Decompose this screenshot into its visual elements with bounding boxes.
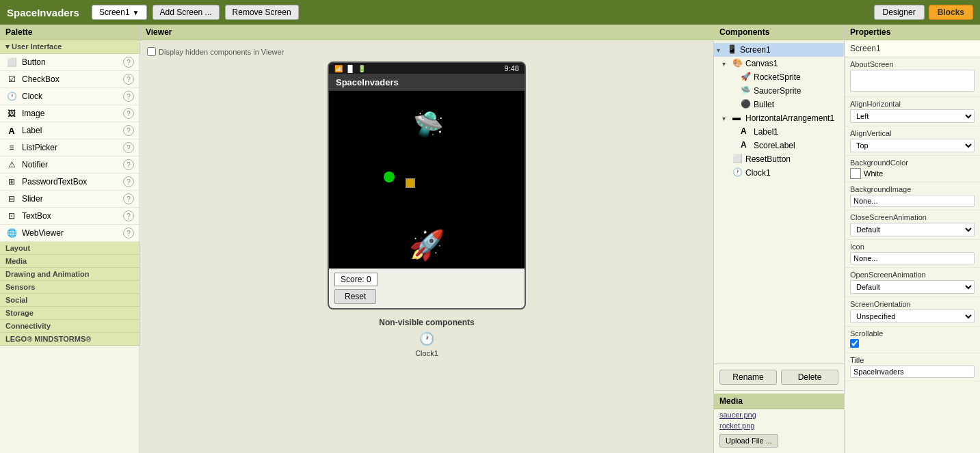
properties-screen-label: Screen1: [845, 40, 980, 57]
palette-item-button[interactable]: ⬜ Button ?: [0, 54, 140, 71]
screen1-icon: 📱: [727, 44, 738, 55]
aboutscreen-input[interactable]: [850, 70, 975, 92]
media-title: Media: [714, 394, 844, 409]
comp-canvas1[interactable]: ▾ 🎨 Canvas1: [714, 57, 844, 70]
comp-horizontalarrangement1[interactable]: ▾ ▬ HorizontalArrangement1: [714, 111, 844, 125]
checkbox-icon: ☑: [5, 73, 18, 85]
textbox-help[interactable]: ?: [123, 210, 134, 221]
palette-item-clock[interactable]: 🕐 Clock ?: [0, 88, 140, 105]
textbox-icon: ⊡: [5, 210, 18, 222]
passwordtextbox-help[interactable]: ?: [123, 176, 134, 187]
screen1-dropdown[interactable]: Screen1 ▼: [92, 5, 147, 20]
hidden-components-checkbox[interactable]: [147, 47, 156, 56]
phone-status-bar: 📶 ▐▌ 🔋 9:48: [329, 63, 525, 74]
comp-clock1[interactable]: 🕐 Clock1: [714, 166, 844, 180]
clock1-tree-icon: 🕐: [732, 167, 743, 178]
component-tree: ▾ 📱 Screen1 ▾ 🎨 Canvas1 🚀 RocketSprite 🛸…: [714, 40, 844, 363]
canvas1-toggle[interactable]: ▾: [722, 60, 730, 68]
screen1-toggle[interactable]: ▾: [717, 46, 725, 54]
palette-item-webviewer[interactable]: 🌐 WebViewer ?: [0, 225, 140, 242]
prop-aboutscreen: AboutScreen: [845, 57, 980, 97]
media-file-rocket[interactable]: rocket.png: [714, 420, 844, 431]
designer-button[interactable]: Designer: [874, 5, 925, 20]
button-help[interactable]: ?: [123, 57, 134, 68]
palette-item-checkbox[interactable]: ☑ CheckBox ?: [0, 71, 140, 88]
closescreenanimation-select[interactable]: DefaultFadeZoom: [850, 223, 975, 236]
section-layout[interactable]: Layout: [0, 242, 140, 255]
nonvisible-title: Non-visible components: [379, 318, 474, 327]
comp-scorelabel[interactable]: A ScoreLabel: [714, 139, 844, 152]
palette-panel: Palette ▾ User Interface ⬜ Button ? ☑ Ch…: [0, 25, 140, 453]
comp-screen1[interactable]: ▾ 📱 Screen1: [714, 43, 844, 57]
add-screen-button[interactable]: Add Screen ...: [153, 5, 220, 20]
section-storage[interactable]: Storage: [0, 307, 140, 320]
webviewer-help[interactable]: ?: [123, 228, 134, 238]
section-media[interactable]: Media: [0, 255, 140, 268]
palette-item-listpicker[interactable]: ≡ ListPicker ?: [0, 139, 140, 156]
backgroundimage-input[interactable]: [850, 195, 975, 207]
nonvisible-clock1: 🕐 Clock1: [415, 331, 438, 357]
title-input[interactable]: [850, 366, 975, 378]
palette-item-slider[interactable]: ⊟ Slider ?: [0, 191, 140, 208]
media-file-saucer[interactable]: saucer.png: [714, 409, 844, 420]
resetbutton-icon: ⬜: [732, 154, 743, 165]
components-title: Components: [714, 25, 844, 40]
section-user-interface[interactable]: ▾ User Interface: [0, 40, 140, 54]
phone-ui-area: Score: 0 Reset: [329, 269, 525, 308]
comp-rocketsprite[interactable]: 🚀 RocketSprite: [714, 70, 844, 84]
components-panel: Components ▾ 📱 Screen1 ▾ 🎨 Canvas1 🚀 Roc…: [713, 25, 845, 453]
label-help[interactable]: ?: [123, 125, 134, 136]
palette-item-passwordtextbox[interactable]: ⊞ PasswordTextBox ?: [0, 174, 140, 191]
scrollable-checkbox[interactable]: [850, 339, 859, 348]
prop-screenorientation: ScreenOrientation UnspecifiedPortraitLan…: [845, 297, 980, 327]
listpicker-help[interactable]: ?: [123, 142, 134, 153]
media-section: Media saucer.png rocket.png Upload File …: [714, 390, 844, 453]
palette-item-label[interactable]: A Label ?: [0, 122, 140, 139]
section-sensors[interactable]: Sensors: [0, 281, 140, 294]
palette-item-notifier[interactable]: ⚠ Notifier ?: [0, 156, 140, 174]
phone-signal-icons: 📶 ▐▌ 🔋: [334, 65, 366, 72]
ha1-toggle[interactable]: ▾: [722, 115, 730, 122]
blocks-button[interactable]: Blocks: [929, 5, 973, 20]
signal-icon: ▐▌: [345, 65, 355, 72]
passwordtextbox-icon: ⊞: [5, 176, 18, 188]
scorelabel-icon: A: [741, 140, 752, 151]
image-icon: 🖼: [5, 107, 18, 120]
hidden-components-label: Display hidden components in Viewer: [159, 48, 284, 56]
comp-resetbutton[interactable]: ⬜ ResetButton: [714, 152, 844, 166]
palette-item-image[interactable]: 🖼 Image ?: [0, 105, 140, 122]
prop-backgroundcolor: BackgroundColor White: [845, 156, 980, 182]
properties-title: Properties: [845, 25, 980, 40]
section-lego[interactable]: LEGO® MINDSTORMS®: [0, 333, 140, 346]
section-connectivity[interactable]: Connectivity: [0, 320, 140, 333]
game-rocket: 🚀: [409, 228, 445, 262]
icon-input[interactable]: [850, 252, 975, 264]
app-title: SpaceInvaders: [7, 7, 79, 18]
comp-label1[interactable]: A Label1: [714, 125, 844, 139]
openscreenanimation-select[interactable]: DefaultFadeZoom: [850, 280, 975, 294]
reset-button-viewer[interactable]: Reset: [334, 289, 376, 304]
palette-item-textbox[interactable]: ⊡ TextBox ?: [0, 208, 140, 225]
screenorientation-select[interactable]: UnspecifiedPortraitLandscape: [850, 310, 975, 323]
remove-screen-button[interactable]: Remove Screen: [225, 5, 299, 20]
comp-saucersprite[interactable]: 🛸 SaucerSprite: [714, 84, 844, 98]
delete-button[interactable]: Delete: [781, 370, 838, 385]
image-help[interactable]: ?: [123, 108, 134, 119]
game-saucer: 🛸: [413, 110, 444, 139]
alignvertical-select[interactable]: TopCenterBottom: [850, 139, 975, 152]
comp-bullet[interactable]: ⚫ Bullet: [714, 98, 844, 111]
section-social[interactable]: Social: [0, 294, 140, 307]
canvas1-icon: 🎨: [732, 58, 743, 69]
section-drawing-animation[interactable]: Drawing and Animation: [0, 268, 140, 281]
alignhorizontal-select[interactable]: LeftCenterRight: [850, 109, 975, 123]
rename-button[interactable]: Rename: [719, 370, 777, 385]
topbar: SpaceInvaders Screen1 ▼ Add Screen ... R…: [0, 0, 980, 25]
slider-help[interactable]: ?: [123, 193, 134, 204]
saucersprite-icon: 🛸: [741, 85, 752, 96]
clock-help[interactable]: ?: [123, 91, 134, 102]
notifier-help[interactable]: ?: [123, 159, 134, 170]
checkbox-help[interactable]: ?: [123, 74, 134, 85]
label1-icon: A: [741, 126, 752, 137]
upload-file-button[interactable]: Upload File ...: [719, 434, 778, 448]
backgroundcolor-swatch[interactable]: [850, 168, 861, 179]
